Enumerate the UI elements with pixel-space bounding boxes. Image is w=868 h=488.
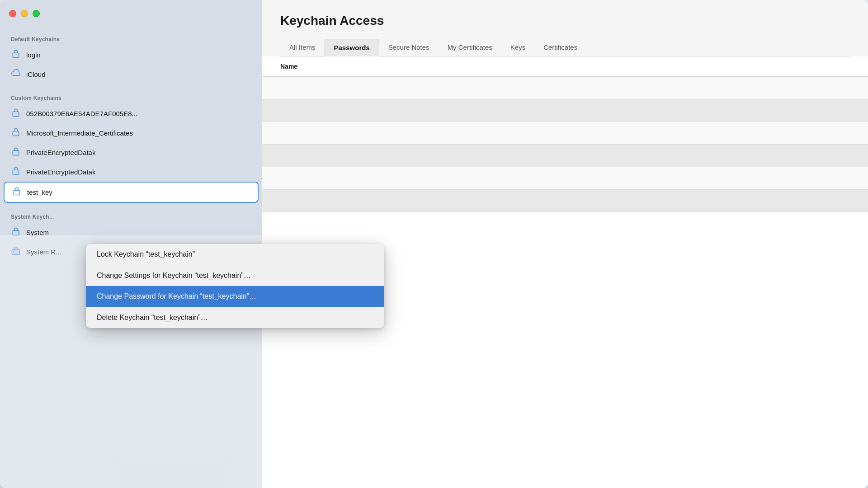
context-menu-delete[interactable]: Delete Keychain “test_keychain”… [86,307,384,328]
tab-secure-notes[interactable]: Secure Notes [379,39,439,56]
sidebar-item-key3[interactable]: PrivateEncryptedDatak [0,143,262,162]
table-row-4 [262,145,868,167]
lock-icon [11,146,21,159]
tab-my-certificates[interactable]: My Certificates [439,39,501,56]
key4-label: PrivateEncryptedDatak [26,168,95,176]
cloud-icon [11,68,21,80]
lock-icon [11,127,21,139]
tab-passwords[interactable]: Passwords [325,39,379,56]
default-keychains-header: Default Keychains [0,31,262,45]
svg-rect-8 [14,251,18,253]
titlebar [0,0,262,26]
svg-rect-7 [12,249,20,255]
system-roots-label: System R... [26,248,61,256]
sidebar-item-key4[interactable]: PrivateEncryptedDatak [0,162,262,182]
system-label: System [26,229,49,236]
table-row-5 [262,167,868,190]
tab-bar: All Items Passwords Secure Notes My Cert… [280,39,850,56]
svg-rect-5 [14,190,20,195]
system-keychains-header: System Keych... [0,208,262,223]
table-header: Name [262,56,868,77]
tab-keys[interactable]: Keys [501,39,534,56]
sidebar-item-icloud[interactable]: iCloud [0,65,262,84]
close-button[interactable] [9,10,16,17]
table-row-3 [262,122,868,145]
table-row-6 [262,190,868,212]
key2-label: Microsoft_Intermediate_Certificates [26,129,133,137]
table-row-1 [262,77,868,99]
context-menu-change-password[interactable]: Change Password for Keychain “test_keych… [86,286,384,307]
lock-icon [12,186,22,198]
svg-rect-4 [13,170,19,174]
custom-keychains-header: Custom Keychains [0,89,262,104]
sidebar-item-test-key[interactable]: test_key [4,182,259,203]
lock-icon [11,166,21,178]
key1-label: 052B00379E6AE54ADE7AF005E8... [26,110,137,117]
test-key-label: test_key [27,188,52,196]
app-title: Keychain Access [280,14,850,28]
svg-rect-0 [13,53,19,57]
svg-rect-2 [13,131,19,136]
sidebar-item-system[interactable]: System [0,223,262,242]
maximize-button[interactable] [33,10,40,17]
svg-rect-1 [13,112,19,116]
tab-certificates[interactable]: Certificates [534,39,586,56]
col-name: Name [280,63,297,70]
main-header: Keychain Access All Items Passwords Secu… [262,0,868,56]
svg-rect-6 [13,230,19,235]
tab-all-items[interactable]: All Items [280,39,325,56]
context-menu: Lock Keychain “test_keychain” Change Set… [86,244,384,328]
context-menu-change-settings[interactable]: Change Settings for Keychain “test_keych… [86,265,384,286]
table-row-2 [262,99,868,122]
lock-icon [11,49,21,61]
svg-rect-3 [13,150,19,155]
sidebar-item-key2[interactable]: Microsoft_Intermediate_Certificates [0,123,262,143]
sidebar-item-login[interactable]: login [0,45,262,65]
lock-icon [11,226,21,239]
sidebar-item-key1[interactable]: 052B00379E6AE54ADE7AF005E8... [0,104,262,123]
lock-icon [11,108,21,120]
key3-label: PrivateEncryptedDatak [26,149,95,156]
context-menu-lock[interactable]: Lock Keychain “test_keychain” [86,244,384,265]
login-label: login [26,51,41,59]
minimize-button[interactable] [21,10,28,17]
lock-bag-icon [11,246,21,258]
icloud-label: iCloud [26,70,46,78]
